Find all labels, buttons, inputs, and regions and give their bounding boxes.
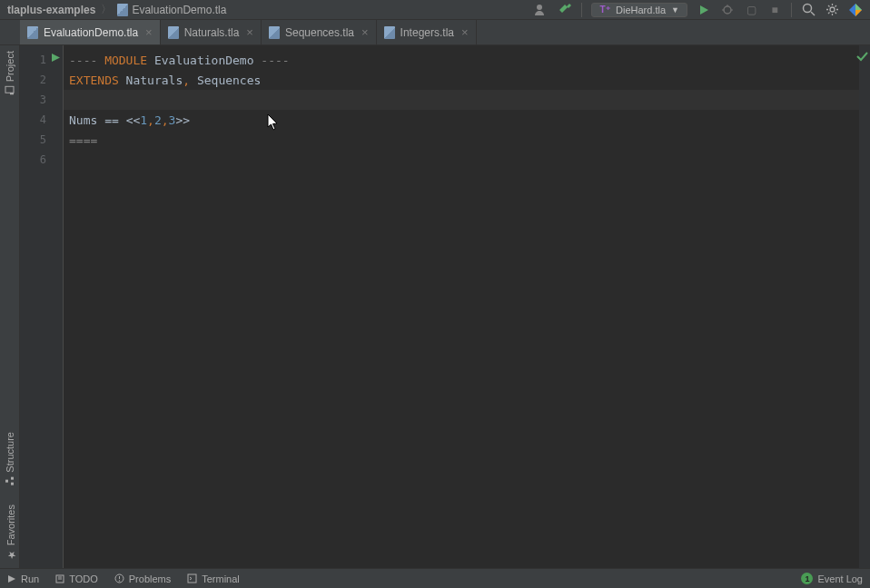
right-gutter[interactable] xyxy=(859,45,870,568)
build-icon[interactable] xyxy=(558,3,572,17)
close-icon[interactable]: × xyxy=(361,25,369,39)
svg-rect-19 xyxy=(12,477,15,480)
tab-sequences[interactable]: Sequences.tla × xyxy=(262,20,377,44)
tla-icon: T⁺ xyxy=(599,5,610,15)
left-tool-strip-bottom: ★ Favorites Structure xyxy=(0,432,20,568)
top-bar: tlaplus-examples 〉 EvaluationDemo.tla T⁺… xyxy=(0,0,870,20)
svg-rect-18 xyxy=(12,483,15,485)
gutter-line[interactable]: 5 xyxy=(20,130,63,150)
debug-button[interactable] xyxy=(720,3,735,17)
svg-rect-16 xyxy=(5,86,14,93)
gutter-line[interactable]: 6 xyxy=(20,150,63,170)
bottom-bar: Run TODO Problems Terminal 1 Event Log xyxy=(0,568,870,588)
code-line[interactable] xyxy=(64,150,870,170)
svg-line-12 xyxy=(828,5,830,7)
tool-favorites[interactable]: ★ Favorites xyxy=(5,505,16,561)
code-line[interactable]: ==== xyxy=(64,130,870,150)
tool-project[interactable]: Project xyxy=(5,51,15,95)
event-log[interactable]: 1 Event Log xyxy=(801,573,863,584)
gutter-line[interactable]: 1 xyxy=(20,50,63,70)
coverage-button[interactable]: ▢ xyxy=(744,3,758,17)
gutter-line[interactable]: 3 xyxy=(20,90,63,110)
code-line[interactable]: EXTENDS Naturals, Sequences xyxy=(64,70,870,90)
close-icon[interactable]: × xyxy=(145,25,153,39)
run-button[interactable] xyxy=(697,3,711,17)
separator xyxy=(581,3,582,17)
main-area: Project ★ Favorites Structure 1 2 3 4 5 … xyxy=(0,45,870,568)
toolbar-right: T⁺ DieHard.tla ▼ ▢ ■ xyxy=(534,3,863,17)
svg-line-15 xyxy=(835,5,836,7)
file-icon xyxy=(269,26,280,39)
run-config-selector[interactable]: T⁺ DieHard.tla ▼ xyxy=(591,3,687,17)
chevron-right-icon: 〉 xyxy=(101,2,112,17)
close-icon[interactable]: × xyxy=(461,25,469,39)
code-line[interactable] xyxy=(64,90,870,110)
bottom-todo[interactable]: TODO xyxy=(55,573,98,584)
file-icon xyxy=(27,26,38,39)
inspection-ok-icon[interactable] xyxy=(855,50,868,65)
breadcrumb-project[interactable]: tlaplus-examples xyxy=(7,4,95,16)
svg-point-7 xyxy=(830,7,835,12)
gutter-line[interactable]: 2 xyxy=(20,70,63,90)
svg-point-26 xyxy=(119,580,120,581)
tab-integers[interactable]: Integers.tla × xyxy=(377,20,477,44)
editor-tabs: EvaluationDemo.tla × Naturals.tla × Sequ… xyxy=(0,20,870,45)
code-editor[interactable]: ---- MODULE EvaluationDemo ---- EXTENDS … xyxy=(64,45,870,568)
svg-line-13 xyxy=(835,13,836,15)
run-gutter-icon[interactable] xyxy=(51,53,61,65)
separator xyxy=(791,3,792,17)
code-line[interactable]: Nums == <<1,2,3>> xyxy=(64,110,870,130)
svg-point-1 xyxy=(724,6,731,14)
bottom-run[interactable]: Run xyxy=(7,573,39,584)
breadcrumb-file[interactable]: EvaluationDemo.tla xyxy=(117,4,226,16)
ide-logo-icon[interactable] xyxy=(848,3,863,17)
stop-button[interactable]: ■ xyxy=(767,3,782,17)
svg-rect-20 xyxy=(6,480,9,483)
user-icon[interactable] xyxy=(534,3,549,17)
svg-line-6 xyxy=(811,12,815,15)
settings-icon[interactable] xyxy=(825,3,839,17)
svg-point-5 xyxy=(803,5,811,13)
event-count-badge: 1 xyxy=(801,573,813,584)
breadcrumb[interactable]: tlaplus-examples 〉 EvaluationDemo.tla xyxy=(7,2,226,17)
bottom-terminal[interactable]: Terminal xyxy=(187,573,240,584)
code-line[interactable]: ---- MODULE EvaluationDemo ---- xyxy=(64,50,870,70)
tab-evaluationdemo[interactable]: EvaluationDemo.tla × xyxy=(20,20,161,44)
star-icon: ★ xyxy=(5,549,16,561)
line-gutter: 1 2 3 4 5 6 xyxy=(20,45,64,568)
file-icon xyxy=(168,26,179,39)
search-icon[interactable] xyxy=(801,3,816,17)
gutter-line[interactable]: 4 xyxy=(20,110,63,130)
svg-point-0 xyxy=(537,5,542,10)
file-icon xyxy=(384,26,395,39)
file-icon xyxy=(117,4,128,16)
tool-structure[interactable]: Structure xyxy=(5,432,15,486)
svg-line-14 xyxy=(828,13,830,15)
tab-naturals[interactable]: Naturals.tla × xyxy=(161,20,262,44)
close-icon[interactable]: × xyxy=(246,25,253,39)
bottom-problems[interactable]: Problems xyxy=(114,573,171,584)
svg-rect-17 xyxy=(10,93,14,94)
chevron-down-icon: ▼ xyxy=(671,5,679,15)
